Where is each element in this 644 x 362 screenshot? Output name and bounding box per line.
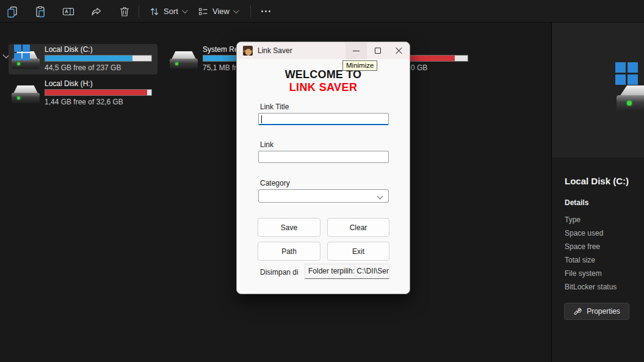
paste-button[interactable]: [31, 2, 49, 20]
link-label: Link: [260, 140, 273, 149]
link-input[interactable]: [258, 151, 389, 163]
properties-button[interactable]: Properties: [564, 303, 629, 320]
drive-icon: [12, 49, 40, 71]
detail-row-space-used: Space used: [565, 229, 603, 237]
path-button[interactable]: Path: [258, 242, 320, 261]
chevron-down-icon: [182, 7, 188, 13]
toolbar-separator: [250, 5, 251, 18]
rename-button[interactable]: [59, 2, 78, 20]
share-icon: [90, 5, 103, 18]
windows-logo-icon: [14, 45, 30, 60]
chevron-down-icon: [377, 194, 383, 200]
dialog-title: Link Saver: [258, 46, 292, 55]
properties-label: Properties: [587, 307, 620, 316]
capacity-bar: [45, 89, 152, 96]
selected-folder-path: Folder terpilih: C:\DII\Sem: [305, 264, 389, 279]
pane-divider: [551, 23, 552, 362]
text-caret: [261, 115, 262, 123]
save-button[interactable]: Save: [258, 218, 320, 237]
detail-row-type: Type: [565, 215, 581, 224]
view-button[interactable]: View: [194, 2, 241, 20]
drive-icon: [170, 49, 198, 71]
app-avatar-icon: [243, 46, 253, 56]
minimize-icon: [353, 51, 360, 51]
delete-icon: [118, 5, 131, 18]
minimize-button[interactable]: [346, 43, 367, 59]
welcome-heading-line1: WELCOME TO: [237, 68, 410, 81]
sort-icon: [149, 6, 160, 17]
wrench-icon: [573, 307, 582, 316]
drive-led: [17, 96, 20, 100]
exit-button[interactable]: Exit: [327, 242, 389, 261]
drive-led: [17, 62, 20, 65]
drive-tile-local-disk-h[interactable]: Local Disk (H:) 1,44 GB free of 32,6 GB: [9, 78, 157, 109]
close-icon: [396, 47, 403, 54]
detail-row-total-size: Total size: [565, 256, 595, 264]
dialog-titlebar[interactable]: Link Saver: [237, 42, 410, 59]
drive-led: [175, 62, 178, 65]
chevron-down-icon: [233, 7, 239, 13]
copy-icon: [6, 5, 18, 18]
more-button[interactable]: [256, 2, 275, 20]
drive-free-space: 1,44 GB free of 32,6 GB: [45, 98, 123, 106]
drive-free-space: 44,5 GB free of 237 GB: [45, 63, 121, 72]
drive-free-space: 0 GB: [411, 63, 427, 72]
toolbar: Sort View: [0, 0, 644, 23]
drive-name: Local Disk (H:): [45, 79, 93, 88]
saved-in-label: Disimpan di: [260, 268, 298, 277]
copy-button[interactable]: [3, 2, 21, 20]
delete-button[interactable]: [115, 2, 134, 20]
pane-title: Local Disk (C:): [565, 176, 629, 186]
drive-icon: [617, 95, 644, 111]
clear-button[interactable]: Clear: [327, 218, 389, 237]
welcome-heading-line2: LINK SAVER: [237, 81, 410, 94]
sort-label: Sort: [164, 7, 178, 16]
capacity-bar: [45, 55, 152, 62]
link-title-label: Link Title: [260, 103, 289, 111]
sort-button[interactable]: Sort: [145, 2, 190, 20]
windows-logo-icon: [615, 62, 638, 85]
drive-tile-local-disk-c[interactable]: Local Disk (C:) 44,5 GB free of 237 GB: [9, 44, 157, 74]
more-icon: [261, 10, 270, 12]
details-pane: Local Disk (C:) Details Type Space used …: [552, 23, 644, 362]
category-label: Category: [260, 179, 290, 187]
view-label: View: [212, 7, 230, 16]
share-button[interactable]: [87, 2, 106, 20]
drive-name: Local Disk (C:): [45, 45, 93, 54]
category-dropdown[interactable]: [258, 189, 389, 203]
maximize-icon: [375, 48, 381, 54]
link-title-input[interactable]: [258, 113, 389, 125]
details-heading: Details: [565, 198, 588, 207]
detail-row-file-system: File system: [565, 269, 602, 278]
view-icon: [198, 6, 209, 17]
link-saver-window: Link Saver WELCOME TO LINK SAVER Link Ti…: [236, 42, 410, 294]
paste-icon: [34, 5, 46, 18]
maximize-button[interactable]: [367, 43, 388, 59]
rename-icon: [62, 5, 74, 18]
preview-area: [552, 23, 644, 157]
close-button[interactable]: [388, 43, 410, 59]
minimize-tooltip: Minimize: [342, 60, 377, 71]
drive-led: [627, 101, 632, 106]
detail-row-space-free: Space free: [565, 242, 600, 251]
toolbar-separator: [139, 5, 139, 18]
detail-row-bitlocker-status: BitLocker status: [565, 283, 617, 291]
drive-icon: [12, 83, 40, 105]
